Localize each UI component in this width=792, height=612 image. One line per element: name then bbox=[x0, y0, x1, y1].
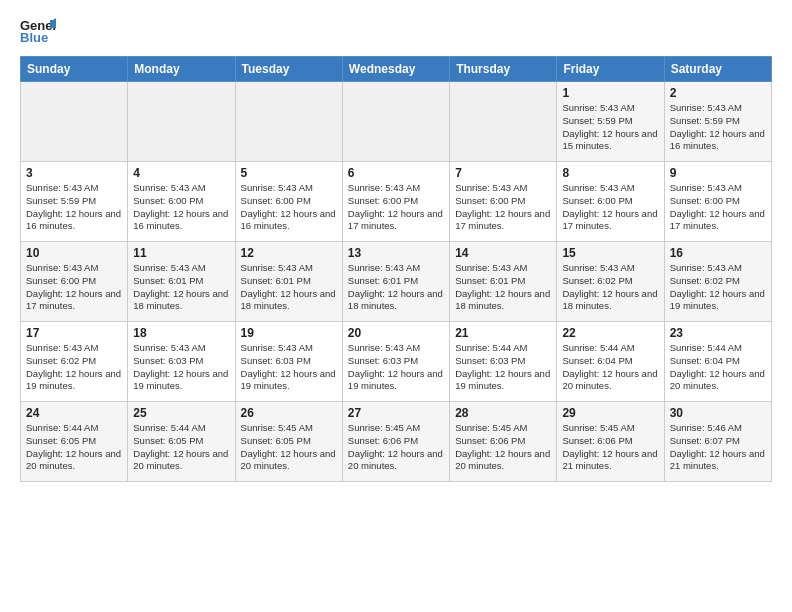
day-number: 14 bbox=[455, 246, 551, 260]
day-info: Sunrise: 5:43 AM Sunset: 6:01 PM Dayligh… bbox=[241, 262, 337, 313]
weekday-monday: Monday bbox=[128, 57, 235, 82]
week-row-2: 3Sunrise: 5:43 AM Sunset: 5:59 PM Daylig… bbox=[21, 162, 772, 242]
header: General Blue bbox=[20, 16, 772, 44]
day-cell: 13Sunrise: 5:43 AM Sunset: 6:01 PM Dayli… bbox=[342, 242, 449, 322]
day-info: Sunrise: 5:43 AM Sunset: 6:01 PM Dayligh… bbox=[133, 262, 229, 313]
logo-icon: General Blue bbox=[20, 16, 56, 44]
weekday-saturday: Saturday bbox=[664, 57, 771, 82]
day-number: 13 bbox=[348, 246, 444, 260]
day-number: 1 bbox=[562, 86, 658, 100]
day-info: Sunrise: 5:44 AM Sunset: 6:04 PM Dayligh… bbox=[670, 342, 766, 393]
day-info: Sunrise: 5:44 AM Sunset: 6:03 PM Dayligh… bbox=[455, 342, 551, 393]
day-info: Sunrise: 5:43 AM Sunset: 6:00 PM Dayligh… bbox=[241, 182, 337, 233]
day-cell: 21Sunrise: 5:44 AM Sunset: 6:03 PM Dayli… bbox=[450, 322, 557, 402]
day-info: Sunrise: 5:44 AM Sunset: 6:04 PM Dayligh… bbox=[562, 342, 658, 393]
calendar-table: SundayMondayTuesdayWednesdayThursdayFrid… bbox=[20, 56, 772, 482]
day-cell: 28Sunrise: 5:45 AM Sunset: 6:06 PM Dayli… bbox=[450, 402, 557, 482]
day-number: 26 bbox=[241, 406, 337, 420]
day-info: Sunrise: 5:43 AM Sunset: 6:00 PM Dayligh… bbox=[455, 182, 551, 233]
day-cell: 6Sunrise: 5:43 AM Sunset: 6:00 PM Daylig… bbox=[342, 162, 449, 242]
day-number: 4 bbox=[133, 166, 229, 180]
day-info: Sunrise: 5:43 AM Sunset: 6:02 PM Dayligh… bbox=[26, 342, 122, 393]
day-cell: 27Sunrise: 5:45 AM Sunset: 6:06 PM Dayli… bbox=[342, 402, 449, 482]
day-info: Sunrise: 5:43 AM Sunset: 6:01 PM Dayligh… bbox=[348, 262, 444, 313]
day-number: 23 bbox=[670, 326, 766, 340]
day-info: Sunrise: 5:43 AM Sunset: 6:02 PM Dayligh… bbox=[670, 262, 766, 313]
day-cell: 7Sunrise: 5:43 AM Sunset: 6:00 PM Daylig… bbox=[450, 162, 557, 242]
logo: General Blue bbox=[20, 16, 62, 44]
day-cell: 17Sunrise: 5:43 AM Sunset: 6:02 PM Dayli… bbox=[21, 322, 128, 402]
day-info: Sunrise: 5:43 AM Sunset: 6:01 PM Dayligh… bbox=[455, 262, 551, 313]
day-info: Sunrise: 5:45 AM Sunset: 6:06 PM Dayligh… bbox=[455, 422, 551, 473]
day-info: Sunrise: 5:43 AM Sunset: 6:03 PM Dayligh… bbox=[241, 342, 337, 393]
weekday-header-row: SundayMondayTuesdayWednesdayThursdayFrid… bbox=[21, 57, 772, 82]
day-number: 27 bbox=[348, 406, 444, 420]
day-cell: 18Sunrise: 5:43 AM Sunset: 6:03 PM Dayli… bbox=[128, 322, 235, 402]
day-number: 30 bbox=[670, 406, 766, 420]
day-info: Sunrise: 5:43 AM Sunset: 5:59 PM Dayligh… bbox=[562, 102, 658, 153]
day-cell: 19Sunrise: 5:43 AM Sunset: 6:03 PM Dayli… bbox=[235, 322, 342, 402]
day-cell: 25Sunrise: 5:44 AM Sunset: 6:05 PM Dayli… bbox=[128, 402, 235, 482]
day-cell: 2Sunrise: 5:43 AM Sunset: 5:59 PM Daylig… bbox=[664, 82, 771, 162]
weekday-wednesday: Wednesday bbox=[342, 57, 449, 82]
day-cell bbox=[342, 82, 449, 162]
day-info: Sunrise: 5:43 AM Sunset: 6:00 PM Dayligh… bbox=[133, 182, 229, 233]
day-info: Sunrise: 5:43 AM Sunset: 6:00 PM Dayligh… bbox=[348, 182, 444, 233]
page: General Blue SundayMondayTuesdayWednesda… bbox=[0, 0, 792, 502]
day-number: 21 bbox=[455, 326, 551, 340]
day-info: Sunrise: 5:44 AM Sunset: 6:05 PM Dayligh… bbox=[26, 422, 122, 473]
day-number: 29 bbox=[562, 406, 658, 420]
day-info: Sunrise: 5:43 AM Sunset: 5:59 PM Dayligh… bbox=[26, 182, 122, 233]
day-cell: 12Sunrise: 5:43 AM Sunset: 6:01 PM Dayli… bbox=[235, 242, 342, 322]
day-cell: 11Sunrise: 5:43 AM Sunset: 6:01 PM Dayli… bbox=[128, 242, 235, 322]
day-number: 9 bbox=[670, 166, 766, 180]
day-number: 3 bbox=[26, 166, 122, 180]
day-cell bbox=[235, 82, 342, 162]
day-info: Sunrise: 5:44 AM Sunset: 6:05 PM Dayligh… bbox=[133, 422, 229, 473]
day-number: 2 bbox=[670, 86, 766, 100]
svg-text:Blue: Blue bbox=[20, 30, 48, 44]
day-info: Sunrise: 5:43 AM Sunset: 6:03 PM Dayligh… bbox=[133, 342, 229, 393]
weekday-tuesday: Tuesday bbox=[235, 57, 342, 82]
day-cell: 23Sunrise: 5:44 AM Sunset: 6:04 PM Dayli… bbox=[664, 322, 771, 402]
day-info: Sunrise: 5:45 AM Sunset: 6:06 PM Dayligh… bbox=[562, 422, 658, 473]
day-info: Sunrise: 5:43 AM Sunset: 6:00 PM Dayligh… bbox=[26, 262, 122, 313]
day-cell: 26Sunrise: 5:45 AM Sunset: 6:05 PM Dayli… bbox=[235, 402, 342, 482]
day-number: 16 bbox=[670, 246, 766, 260]
week-row-4: 17Sunrise: 5:43 AM Sunset: 6:02 PM Dayli… bbox=[21, 322, 772, 402]
day-cell: 22Sunrise: 5:44 AM Sunset: 6:04 PM Dayli… bbox=[557, 322, 664, 402]
day-number: 15 bbox=[562, 246, 658, 260]
day-cell: 29Sunrise: 5:45 AM Sunset: 6:06 PM Dayli… bbox=[557, 402, 664, 482]
day-info: Sunrise: 5:43 AM Sunset: 6:03 PM Dayligh… bbox=[348, 342, 444, 393]
day-cell bbox=[21, 82, 128, 162]
day-number: 12 bbox=[241, 246, 337, 260]
day-number: 6 bbox=[348, 166, 444, 180]
day-info: Sunrise: 5:43 AM Sunset: 5:59 PM Dayligh… bbox=[670, 102, 766, 153]
day-info: Sunrise: 5:45 AM Sunset: 6:06 PM Dayligh… bbox=[348, 422, 444, 473]
day-number: 25 bbox=[133, 406, 229, 420]
day-number: 17 bbox=[26, 326, 122, 340]
day-cell: 4Sunrise: 5:43 AM Sunset: 6:00 PM Daylig… bbox=[128, 162, 235, 242]
day-cell: 8Sunrise: 5:43 AM Sunset: 6:00 PM Daylig… bbox=[557, 162, 664, 242]
day-cell: 3Sunrise: 5:43 AM Sunset: 5:59 PM Daylig… bbox=[21, 162, 128, 242]
day-cell: 1Sunrise: 5:43 AM Sunset: 5:59 PM Daylig… bbox=[557, 82, 664, 162]
weekday-friday: Friday bbox=[557, 57, 664, 82]
day-info: Sunrise: 5:46 AM Sunset: 6:07 PM Dayligh… bbox=[670, 422, 766, 473]
day-cell: 9Sunrise: 5:43 AM Sunset: 6:00 PM Daylig… bbox=[664, 162, 771, 242]
day-cell: 16Sunrise: 5:43 AM Sunset: 6:02 PM Dayli… bbox=[664, 242, 771, 322]
weekday-sunday: Sunday bbox=[21, 57, 128, 82]
day-number: 19 bbox=[241, 326, 337, 340]
week-row-1: 1Sunrise: 5:43 AM Sunset: 5:59 PM Daylig… bbox=[21, 82, 772, 162]
day-info: Sunrise: 5:43 AM Sunset: 6:00 PM Dayligh… bbox=[562, 182, 658, 233]
day-number: 11 bbox=[133, 246, 229, 260]
day-number: 7 bbox=[455, 166, 551, 180]
week-row-5: 24Sunrise: 5:44 AM Sunset: 6:05 PM Dayli… bbox=[21, 402, 772, 482]
weekday-thursday: Thursday bbox=[450, 57, 557, 82]
day-cell bbox=[450, 82, 557, 162]
day-info: Sunrise: 5:43 AM Sunset: 6:02 PM Dayligh… bbox=[562, 262, 658, 313]
day-number: 18 bbox=[133, 326, 229, 340]
day-number: 5 bbox=[241, 166, 337, 180]
day-cell: 14Sunrise: 5:43 AM Sunset: 6:01 PM Dayli… bbox=[450, 242, 557, 322]
week-row-3: 10Sunrise: 5:43 AM Sunset: 6:00 PM Dayli… bbox=[21, 242, 772, 322]
day-number: 20 bbox=[348, 326, 444, 340]
